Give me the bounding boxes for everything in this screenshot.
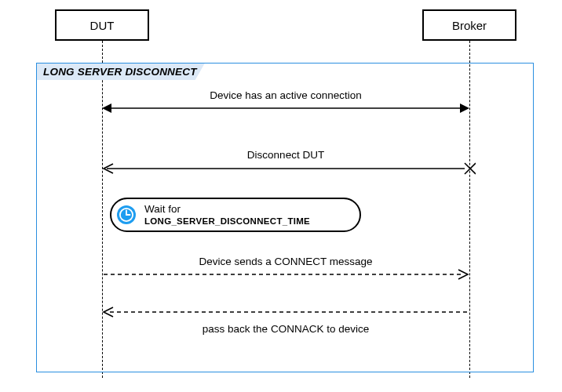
frame-title: LONG SERVER DISCONNECT — [37, 64, 205, 80]
msg-connect-label: Device sends a CONNECT message — [195, 256, 375, 267]
svg-marker-2 — [460, 103, 469, 113]
msg-disconnect-text: Disconnect DUT — [247, 149, 324, 161]
msg-active-connection-text: Device has an active connection — [210, 89, 362, 101]
svg-marker-1 — [102, 103, 111, 113]
frame-title-text: LONG SERVER DISCONNECT — [43, 66, 197, 78]
wait-text: Wait for LONG_SERVER_DISCONNECT_TIME — [144, 203, 349, 227]
clock-icon — [116, 205, 137, 225]
msg-connect-text: Device sends a CONNECT message — [199, 256, 372, 267]
arrow-active-connection — [102, 102, 469, 114]
msg-active-connection-label: Device has an active connection — [206, 89, 365, 101]
sequence-diagram: DUT Broker LONG SERVER DISCONNECT Device… — [0, 0, 562, 392]
participant-broker-label: Broker — [452, 19, 487, 32]
wait-constant: LONG_SERVER_DISCONNECT_TIME — [144, 216, 310, 226]
arrow-connack — [102, 306, 469, 318]
participant-dut: DUT — [55, 9, 149, 41]
msg-connack-label: pass back the CONNACK to device — [199, 323, 372, 335]
wait-pill: Wait for LONG_SERVER_DISCONNECT_TIME — [110, 198, 361, 232]
arrow-connect — [102, 268, 469, 281]
msg-disconnect-label: Disconnect DUT — [244, 149, 327, 161]
wait-prefix: Wait for — [144, 203, 181, 215]
participant-broker: Broker — [422, 9, 516, 41]
participant-dut-label: DUT — [90, 19, 115, 32]
arrow-disconnect — [102, 162, 476, 176]
msg-connack-text: pass back the CONNACK to device — [203, 323, 369, 335]
